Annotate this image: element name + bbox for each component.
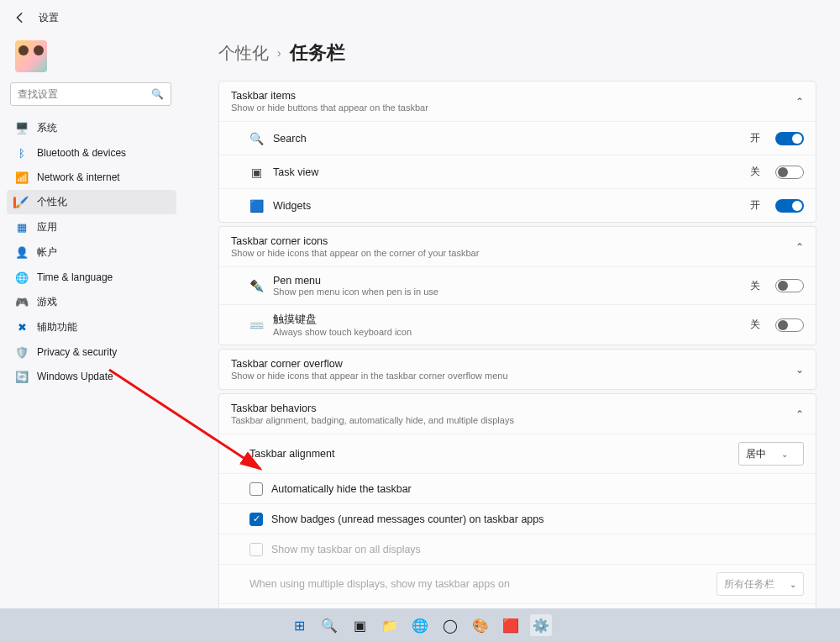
setting-label: 触摸键盘 [273, 313, 740, 327]
chevron-down-icon: ⌄ [790, 580, 796, 589]
setting-icon: ⌨️ [249, 318, 263, 332]
setting-label: Search [273, 133, 740, 145]
sidebar-item-0[interactable]: 🖥️系统 [7, 116, 176, 140]
user-avatar[interactable] [15, 40, 47, 72]
alignment-dropdown[interactable]: 居中 ⌄ [738, 442, 804, 466]
sidebar-item-9[interactable]: 🛡️Privacy & security [7, 340, 176, 364]
sidebar-item-5[interactable]: 👤帐户 [7, 240, 176, 265]
chevron-up-icon: ⌃ [795, 96, 804, 108]
taskbar-explorer-icon[interactable]: 📁 [379, 614, 401, 636]
toggle-switch[interactable] [775, 166, 804, 179]
taskbar-settings-icon[interactable]: ⚙️ [530, 614, 552, 636]
dropdown-value: 居中 [746, 447, 766, 461]
group-title: Taskbar items [231, 90, 795, 102]
toggle-state-text: 开 [750, 131, 760, 145]
setting-sublabel: Show pen menu icon when pen is in use [273, 287, 740, 297]
setting-icon: 🔍 [249, 132, 263, 145]
taskbar-edge-icon[interactable]: 🌐 [409, 614, 431, 636]
dropdown-value: 所有任务栏 [724, 577, 774, 592]
taskbar-chrome-icon[interactable]: ◯ [439, 614, 461, 636]
multi-displays-label: When using multiple displays, show my ta… [249, 578, 510, 590]
sidebar-item-label: Time & language [37, 271, 113, 283]
sidebar-item-label: 游戏 [37, 295, 57, 309]
toggle-state-text: 关 [750, 279, 760, 293]
sidebar-item-icon: 🔄 [15, 370, 29, 383]
group-header-corner-overflow[interactable]: Taskbar corner overflow Show or hide ico… [219, 350, 816, 389]
sidebar-item-8[interactable]: ✖辅助功能 [7, 315, 176, 339]
chevron-up-icon: ⌃ [795, 408, 804, 420]
sidebar-item-4[interactable]: ▦应用 [7, 215, 176, 239]
sidebar-item-6[interactable]: 🌐Time & language [7, 266, 176, 289]
sidebar-item-icon: 🎮 [15, 296, 29, 309]
sidebar-item-label: 帐户 [37, 245, 57, 260]
taskbar-task-view-icon[interactable]: ▣ [349, 614, 370, 636]
page-title: 任务栏 [290, 40, 345, 66]
group-subtitle: Show or hide icons that appear in the ta… [231, 371, 795, 381]
setting-row: 🔍Search开 [219, 121, 816, 155]
toggle-state-text: 开 [750, 198, 760, 213]
row-multi-displays-apps: When using multiple displays, show my ta… [219, 564, 816, 603]
sidebar-item-icon: ✖ [15, 321, 29, 334]
badges-checkbox[interactable]: ✓ [249, 513, 263, 526]
group-corner-icons: Taskbar corner icons Show or hide icons … [218, 226, 816, 345]
sidebar-item-label: 应用 [37, 220, 57, 234]
sidebar-item-label: 个性化 [37, 195, 67, 209]
group-header-taskbar-items[interactable]: Taskbar items Show or hide buttons that … [219, 82, 816, 121]
group-corner-overflow: Taskbar corner overflow Show or hide ico… [218, 349, 816, 390]
window-header: 设置 [0, 0, 840, 29]
setting-row: ▣Task view关 [219, 155, 816, 188]
sidebar-item-3[interactable]: 🖌️个性化 [7, 190, 176, 214]
group-subtitle: Taskbar alignment, badging, automaticall… [231, 415, 795, 425]
sidebar-item-label: Bluetooth & devices [37, 147, 126, 159]
app-title: 设置 [39, 11, 59, 25]
taskbar-start-icon[interactable]: ⊞ [288, 614, 310, 636]
sidebar-item-icon: 🖌️ [15, 196, 29, 209]
sidebar-item-2[interactable]: 📶Network & internet [7, 166, 176, 189]
sidebar-item-icon: 🛡️ [15, 345, 29, 359]
group-subtitle: Show or hide icons that appear on the co… [231, 248, 795, 258]
sidebar-item-icon: 👤 [15, 246, 29, 260]
sidebar-item-icon: 📶 [15, 171, 29, 184]
sidebar-item-7[interactable]: 🎮游戏 [7, 290, 176, 314]
chevron-down-icon: ⌄ [781, 450, 788, 459]
taskbar-paint-icon[interactable]: 🎨 [470, 614, 491, 636]
search-icon: 🔍 [151, 88, 164, 100]
sidebar-item-icon: ᛒ [15, 146, 29, 160]
row-badges: ✓ Show badges (unread messages counter) … [219, 503, 816, 534]
group-taskbar-items: Taskbar items Show or hide buttons that … [218, 81, 816, 223]
toggle-switch[interactable] [775, 199, 804, 213]
taskbar-app-icon[interactable]: 🟥 [500, 614, 522, 636]
chevron-up-icon: ⌃ [795, 241, 804, 253]
group-header-taskbar-behaviors[interactable]: Taskbar behaviors Taskbar alignment, bad… [219, 394, 816, 434]
search-placeholder: 查找设置 [18, 87, 151, 102]
sidebar-item-label: Network & internet [37, 171, 120, 183]
group-taskbar-behaviors: Taskbar behaviors Taskbar alignment, bad… [218, 393, 816, 608]
main-content: 个性化 › 任务栏 Taskbar items Show or hide but… [193, 29, 828, 608]
breadcrumb-parent[interactable]: 个性化 [218, 42, 269, 65]
back-button[interactable] [12, 9, 29, 26]
toggle-switch[interactable] [775, 132, 804, 145]
taskbar[interactable]: ⊞🔍▣📁🌐◯🎨🟥⚙️ [0, 608, 840, 642]
row-auto-hide: Automatically hide the taskbar [219, 473, 816, 503]
setting-sublabel: Always show touch keyboard icon [273, 327, 740, 337]
multi-displays-dropdown: 所有任务栏 ⌄ [717, 572, 804, 596]
group-title: Taskbar corner icons [231, 235, 795, 247]
row-all-displays: Show my taskbar on all displays [219, 534, 816, 564]
sidebar-item-1[interactable]: ᛒBluetooth & devices [7, 141, 176, 165]
toggle-switch[interactable] [775, 279, 804, 292]
toggle-switch[interactable] [775, 318, 804, 332]
auto-hide-checkbox[interactable] [249, 482, 263, 496]
chevron-down-icon: ⌄ [795, 364, 804, 376]
setting-row: 🟦Widgets开 [219, 188, 816, 222]
sidebar-item-label: Privacy & security [37, 346, 117, 358]
setting-icon: 🟦 [249, 199, 263, 213]
sidebar-item-10[interactable]: 🔄Windows Update [7, 365, 176, 388]
group-title: Taskbar behaviors [231, 403, 795, 414]
taskbar-search-icon[interactable]: 🔍 [318, 614, 340, 636]
row-taskbar-alignment: Taskbar alignment 居中 ⌄ [219, 434, 816, 473]
setting-row: ⌨️触摸键盘Always show touch keyboard icon关 [219, 304, 816, 345]
breadcrumb: 个性化 › 任务栏 [218, 40, 816, 66]
group-header-corner-icons[interactable]: Taskbar corner icons Show or hide icons … [219, 227, 816, 266]
search-input[interactable]: 查找设置 🔍 [10, 82, 171, 106]
alignment-label: Taskbar alignment [249, 448, 334, 460]
